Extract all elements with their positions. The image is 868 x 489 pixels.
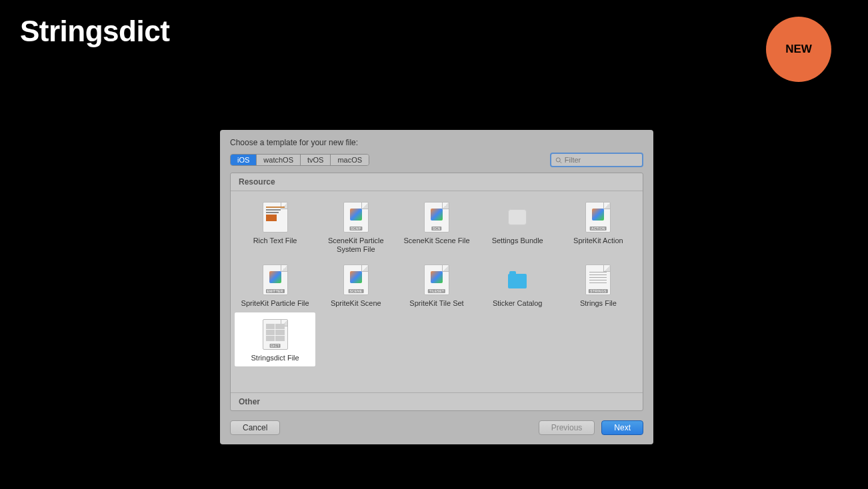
tab-macos[interactable]: macOS (331, 155, 369, 165)
template-spritekit-scene[interactable]: SCENE SpriteKit Scene (315, 258, 396, 312)
new-badge: NEW (766, 17, 831, 82)
scnp-file-icon: SCNP (343, 202, 369, 233)
page-title: Stringsdict (20, 15, 169, 48)
template-label: SceneKit Scene File (403, 237, 469, 245)
section-other-header: Other (231, 392, 643, 410)
template-label: SpriteKit Particle File (241, 299, 309, 308)
template-label: Stringsdict File (251, 354, 299, 362)
next-button[interactable]: Next (601, 420, 643, 435)
template-grid: Rich Text File SCNP SceneKit Particle Sy… (231, 191, 643, 370)
template-scenekit-scene[interactable]: SCN SceneKit Scene File (396, 195, 477, 258)
template-strings-file[interactable]: STRINGS Strings File (558, 258, 639, 312)
filter-input[interactable] (565, 156, 638, 164)
template-settings-bundle[interactable]: Settings Bundle (477, 195, 558, 258)
template-rich-text-file[interactable]: Rich Text File (235, 195, 315, 258)
bundle-icon (505, 202, 530, 233)
section-resource-header: Resource (231, 173, 643, 191)
action-file-icon: ACTION (585, 202, 611, 233)
svg-line-1 (560, 161, 561, 163)
template-list: Resource Rich Text File SCNP SceneKit Pa… (230, 173, 643, 411)
template-spritekit-action[interactable]: ACTION SpriteKit Action (558, 195, 639, 258)
rtf-file-icon (263, 202, 288, 233)
filter-search-wrap[interactable] (550, 153, 643, 167)
template-sticker-catalog[interactable]: Sticker Catalog (477, 258, 558, 312)
platform-tabs-row: iOS watchOS tvOS macOS (220, 153, 653, 173)
previous-button: Previous (539, 420, 595, 435)
platform-segmented-control: iOS watchOS tvOS macOS (230, 154, 369, 166)
tileset-file-icon: TILESET (424, 264, 449, 295)
template-scenekit-particle-system[interactable]: SCNP SceneKit Particle System File (315, 195, 396, 258)
emitter-file-icon: EMITTER (263, 264, 288, 295)
tab-ios[interactable]: iOS (231, 155, 257, 165)
filter-icon (555, 157, 562, 164)
cancel-button[interactable]: Cancel (230, 420, 280, 435)
template-spritekit-tileset[interactable]: TILESET SpriteKit Tile Set (396, 258, 477, 312)
template-label: SpriteKit Tile Set (409, 299, 463, 308)
scn-file-icon: SCN (424, 202, 449, 233)
template-label: Strings File (580, 299, 617, 308)
template-spritekit-particle[interactable]: EMITTER SpriteKit Particle File (235, 258, 315, 312)
new-file-dialog: Choose a template for your new file: iOS… (220, 130, 653, 444)
template-label: Sticker Catalog (493, 299, 543, 308)
dialog-footer: Cancel Previous Next (220, 411, 653, 444)
svg-point-0 (556, 157, 560, 161)
tab-tvos[interactable]: tvOS (301, 155, 331, 165)
template-label: SpriteKit Action (573, 237, 623, 245)
template-label: SceneKit Particle System File (319, 237, 393, 254)
tab-watchos[interactable]: watchOS (257, 155, 301, 165)
folder-icon (505, 264, 530, 295)
scene-file-icon: SCENE (343, 264, 369, 295)
template-stringsdict-file[interactable]: DICT Stringsdict File (235, 312, 315, 366)
dialog-header-text: Choose a template for your new file: (220, 130, 653, 153)
template-label: SpriteKit Scene (331, 299, 381, 308)
template-label: Rich Text File (253, 237, 297, 245)
template-label: Settings Bundle (492, 237, 543, 245)
stringsdict-file-icon: DICT (263, 319, 288, 350)
strings-file-icon: STRINGS (585, 264, 611, 295)
